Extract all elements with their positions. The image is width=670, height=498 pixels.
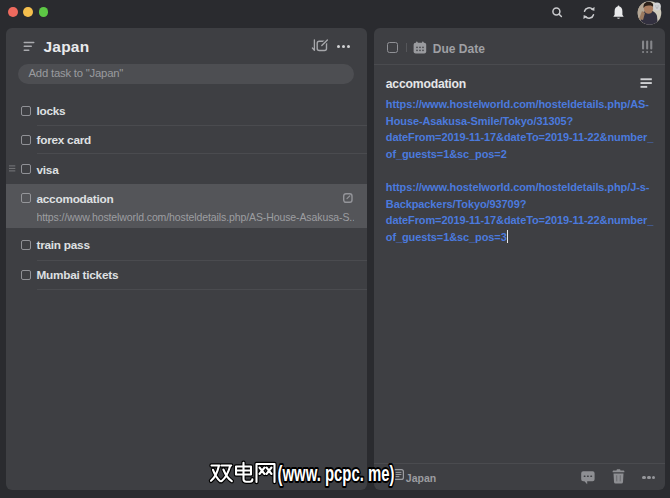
- svg-text:(www. pcpc. me): (www. pcpc. me): [278, 462, 395, 486]
